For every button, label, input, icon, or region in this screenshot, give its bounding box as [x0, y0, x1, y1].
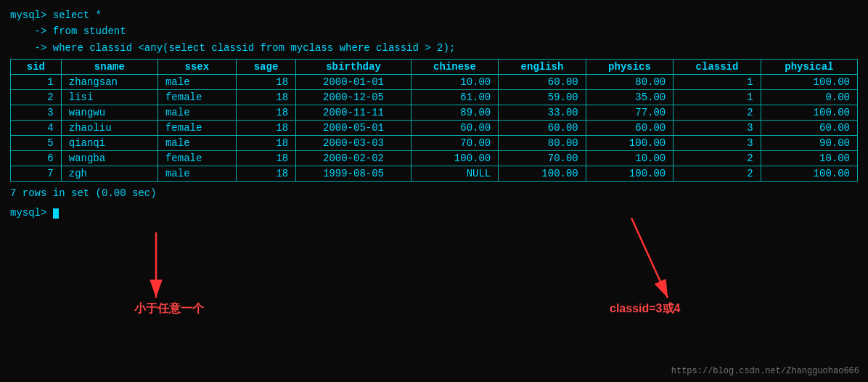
table-cell: 10.00 [411, 75, 499, 90]
table-cell: 100.00 [761, 105, 857, 121]
result-footer: 7 rows in set (0.00 sec) [10, 184, 858, 203]
right-arrow [624, 218, 682, 305]
table-cell: 61.00 [411, 90, 499, 105]
table-cell: 90.00 [761, 136, 857, 151]
table-cell: qianqi [61, 136, 157, 151]
table-cell: male [157, 75, 236, 90]
table-cell: zhaoliu [61, 121, 157, 136]
left-arrow [134, 232, 178, 305]
table-cell: 1999-08-05 [296, 166, 412, 182]
table-cell: 10.00 [761, 151, 857, 166]
table-row: 4zhaoliufemale182000-05-0160.0060.0060.0… [11, 121, 858, 136]
table-cell: 4 [11, 121, 62, 136]
table-row: 1zhangsanmale182000-01-0110.0060.0080.00… [11, 75, 858, 90]
table-cell: male [157, 136, 236, 151]
table-cell: zgh [61, 166, 157, 182]
col-sage: sage [236, 60, 295, 75]
table-cell: 18 [236, 166, 295, 182]
table-cell: 18 [236, 151, 295, 166]
table-cell: 6 [11, 151, 62, 166]
table-cell: 60.00 [761, 121, 857, 136]
table-cell: wangba [61, 151, 157, 166]
table-row: 3wangwumale182000-11-1189.0033.0077.0021… [11, 105, 858, 121]
col-physical: physical [761, 60, 857, 75]
table-row: 6wangbafemale182000-02-02100.0070.0010.0… [11, 151, 858, 166]
table-cell: female [157, 90, 236, 105]
table-cell: 18 [236, 136, 295, 151]
table-cell: 100.00 [761, 75, 857, 90]
table-cell: 1 [11, 75, 62, 90]
table-cell: 1 [673, 75, 761, 90]
table-cell: 2000-03-03 [296, 136, 412, 151]
table-cell: 1 [673, 90, 761, 105]
table-cell: 59.00 [499, 90, 586, 105]
table-cell: 35.00 [586, 90, 673, 105]
table-cell: 100.00 [586, 136, 673, 151]
table-cell: 3 [673, 136, 761, 151]
table-cell: 2000-02-02 [296, 151, 412, 166]
table-cell: male [157, 105, 236, 121]
cursor [53, 208, 59, 219]
table-cell: 18 [236, 90, 295, 105]
table-cell: 89.00 [411, 105, 499, 121]
table-cell: 100.00 [586, 166, 673, 182]
table-cell: 100.00 [411, 151, 499, 166]
command-line-3: -> where classid <any(select classid fro… [10, 40, 858, 56]
table-cell: 2 [673, 151, 761, 166]
table-cell: 2000-12-05 [296, 90, 412, 105]
table-header-row: sid sname ssex sage sbirthday chinese en… [11, 60, 858, 75]
table-cell: 60.00 [411, 121, 499, 136]
table-cell: 7 [11, 166, 62, 182]
table-row: 5qianqimale182000-03-0370.0080.00100.003… [11, 136, 858, 151]
mysql-prompt: mysql> [10, 203, 858, 223]
left-annotation: 小于任意一个 [134, 301, 204, 317]
table-cell: 60.00 [499, 75, 586, 90]
table-cell: 2000-11-11 [296, 105, 412, 121]
table-cell: 5 [11, 136, 62, 151]
col-classid: classid [673, 60, 761, 75]
table-cell: 100.00 [761, 166, 857, 182]
table-cell: 2 [11, 90, 62, 105]
table-cell: 60.00 [586, 121, 673, 136]
col-chinese: chinese [411, 60, 499, 75]
col-sbirthday: sbirthday [296, 60, 412, 75]
table-row: 2lisifemale182000-12-0561.0059.0035.0010… [11, 90, 858, 105]
result-table: sid sname ssex sage sbirthday chinese en… [10, 59, 858, 182]
table-cell: 2 [673, 105, 761, 121]
table-cell: 18 [236, 105, 295, 121]
table-cell: female [157, 151, 236, 166]
table-cell: 10.00 [586, 151, 673, 166]
table-cell: 77.00 [586, 105, 673, 121]
table-cell: 80.00 [499, 136, 586, 151]
table-cell: 2000-01-01 [296, 75, 412, 90]
table-cell: 3 [673, 121, 761, 136]
col-ssex: ssex [157, 60, 236, 75]
table-cell: 18 [236, 121, 295, 136]
command-line-1: mysql> select * [10, 7, 858, 23]
table-cell: 2000-05-01 [296, 121, 412, 136]
table-cell: wangwu [61, 105, 157, 121]
right-annotation: classid=3或4 [610, 301, 680, 317]
col-physics: physics [586, 60, 673, 75]
terminal: mysql> select * -> from student -> where… [0, 0, 868, 230]
table-cell: 18 [236, 75, 295, 90]
command-line-2: -> from student [10, 23, 858, 39]
table-cell: 70.00 [499, 151, 586, 166]
table-cell: NULL [411, 166, 499, 182]
table-cell: zhangsan [61, 75, 157, 90]
table-cell: 100.00 [499, 166, 586, 182]
table-cell: 2 [673, 166, 761, 182]
table-cell: 60.00 [499, 121, 586, 136]
watermark: https://blog.csdn.net/Zhangguohao666 [671, 366, 859, 376]
table-cell: 33.00 [499, 105, 586, 121]
table-cell: lisi [61, 90, 157, 105]
table-cell: 3 [11, 105, 62, 121]
table-cell: male [157, 166, 236, 182]
table-cell: 70.00 [411, 136, 499, 151]
col-sname: sname [61, 60, 157, 75]
svg-line-3 [631, 218, 668, 298]
col-english: english [499, 60, 586, 75]
table-cell: 80.00 [586, 75, 673, 90]
table-cell: 0.00 [761, 90, 857, 105]
table-row: 7zghmale181999-08-05NULL100.00100.002100… [11, 166, 858, 182]
